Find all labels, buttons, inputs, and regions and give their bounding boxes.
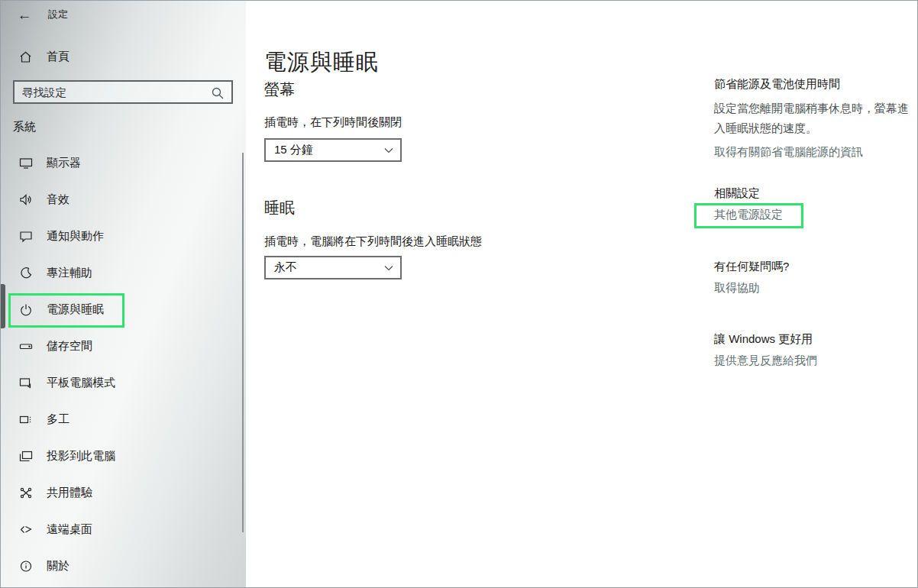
- sidebar-item-shared-experiences[interactable]: 共用體驗: [1, 474, 242, 511]
- sidebar-item-tablet-mode[interactable]: 平板電腦模式: [1, 364, 242, 401]
- sidebar-item-home[interactable]: 首頁: [1, 45, 246, 68]
- sidebar: ← 設定 首頁 系統: [1, 1, 246, 587]
- questions-title: 有任何疑問嗎?: [714, 260, 910, 274]
- multitasking-icon: [19, 413, 33, 426]
- sidebar-item-focus-assist[interactable]: 專注輔助: [1, 254, 242, 291]
- chevron-down-icon: [384, 265, 393, 271]
- chevron-down-icon: [384, 147, 393, 153]
- sidebar-item-label: 多工: [47, 412, 69, 427]
- sidebar-item-storage[interactable]: 儲存空間: [1, 328, 242, 364]
- energy-info-block: 節省能源及電池使用時間 設定當您離開電腦稍事休息時，螢幕進入睡眠狀態的速度。 取…: [714, 77, 910, 160]
- sleep-timeout-label: 插電時，電腦將在下列時間後進入睡眠狀態: [264, 234, 482, 249]
- feedback-block: 讓 Windows 更好用 提供意見反應給我們: [714, 332, 910, 368]
- sidebar-item-display[interactable]: 顯示器: [1, 144, 242, 181]
- sidebar-item-label: 通知與動作: [47, 229, 104, 244]
- screen-timeout-value: 15 分鐘: [274, 143, 313, 157]
- questions-block: 有任何疑問嗎? 取得協助: [714, 260, 910, 296]
- sidebar-item-label: 儲存空間: [47, 339, 92, 354]
- sidebar-item-label: 平板電腦模式: [47, 376, 115, 390]
- related-settings-title: 相關設定: [714, 186, 910, 201]
- energy-info-title: 節省能源及電池使用時間: [714, 77, 910, 92]
- back-button[interactable]: ←: [11, 4, 37, 27]
- sidebar-item-label: 共用體驗: [47, 486, 92, 500]
- about-icon: [19, 560, 33, 573]
- sidebar-item-label: 遠端桌面: [47, 522, 92, 537]
- display-icon: [19, 157, 33, 170]
- storage-icon: [19, 340, 33, 353]
- sleep-timeout-dropdown[interactable]: 永不: [264, 256, 402, 279]
- main-content: 電源與睡眠 螢幕 插電時，在下列時間後關閉 15 分鐘 睡眠 插電時，電腦將在下…: [246, 1, 918, 587]
- sidebar-item-label: 首頁: [47, 50, 69, 64]
- sidebar-item-multitasking[interactable]: 多工: [1, 401, 242, 438]
- titlebar-left: ← 設定: [1, 1, 246, 31]
- sidebar-item-label: 投影到此電腦: [47, 449, 115, 464]
- related-settings-block: 相關設定 其他電源設定: [714, 186, 910, 222]
- power-icon: [19, 303, 33, 316]
- additional-power-settings-link[interactable]: 其他電源設定: [714, 208, 783, 222]
- tablet-mode-icon: [19, 376, 33, 389]
- screen-timeout-label: 插電時，在下列時間後關閉: [264, 115, 402, 130]
- sidebar-item-label: 電源與睡眠: [47, 302, 104, 317]
- back-arrow-icon: ←: [18, 7, 32, 24]
- screen-section-title: 螢幕: [264, 79, 295, 100]
- sidebar-item-projecting[interactable]: 投影到此電腦: [1, 438, 242, 474]
- notifications-icon: [19, 230, 33, 243]
- sidebar-item-label: 專注輔助: [47, 266, 92, 280]
- project-icon: [19, 450, 33, 463]
- get-help-link[interactable]: 取得協助: [714, 281, 760, 296]
- sidebar-item-about[interactable]: 關於: [1, 548, 242, 584]
- energy-info-link[interactable]: 取得有關節省電腦能源的資訊: [714, 145, 863, 160]
- shared-experiences-icon: [19, 486, 33, 499]
- sidebar-item-label: 關於: [47, 559, 69, 573]
- sidebar-item-power-sleep[interactable]: 電源與睡眠: [1, 291, 242, 328]
- feedback-title: 讓 Windows 更好用: [714, 332, 910, 347]
- page-title: 電源與睡眠: [264, 47, 379, 78]
- search-icon[interactable]: [210, 86, 225, 101]
- app-title: 設定: [48, 8, 68, 21]
- search-box: [13, 80, 233, 104]
- sidebar-scrollbar[interactable]: [242, 153, 244, 532]
- energy-info-body: 設定當您離開電腦稍事休息時，螢幕進入睡眠狀態的速度。: [714, 99, 910, 138]
- sleep-section-title: 睡眠: [264, 198, 295, 218]
- sidebar-item-label: 音效: [47, 192, 69, 207]
- give-feedback-link[interactable]: 提供意見反應給我們: [714, 354, 817, 368]
- sidebar-item-label: 顯示器: [47, 156, 81, 170]
- focus-assist-icon: [19, 267, 33, 279]
- sidebar-item-notifications[interactable]: 通知與動作: [1, 218, 242, 254]
- sidebar-item-remote-desktop[interactable]: 遠端桌面: [1, 511, 242, 548]
- settings-window: ← 設定 首頁 系統: [0, 0, 918, 588]
- sleep-timeout-value: 永不: [274, 260, 297, 275]
- remote-desktop-icon: [19, 523, 33, 536]
- search-input[interactable]: [22, 86, 205, 99]
- sound-icon: [19, 193, 33, 206]
- home-icon: [19, 50, 32, 63]
- sidebar-item-sound[interactable]: 音效: [1, 181, 242, 218]
- screen-timeout-dropdown[interactable]: 15 分鐘: [264, 138, 402, 162]
- sidebar-section-system: 系統: [13, 120, 36, 134]
- sidebar-nav-list: 顯示器 音效 通知與動作: [1, 144, 242, 584]
- left-scrollbar-thumb[interactable]: [1, 284, 5, 328]
